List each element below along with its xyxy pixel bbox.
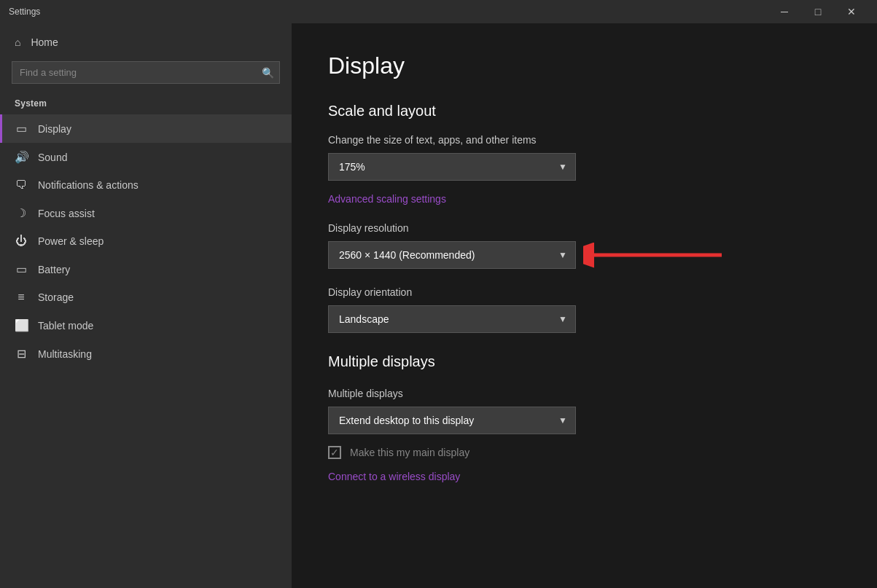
sidebar-item-label-tablet: Tablet mode: [38, 320, 93, 332]
orientation-select[interactable]: Landscape Portrait Landscape (flipped) P…: [328, 305, 576, 333]
resolution-label: Display resolution: [328, 222, 841, 234]
sidebar-item-label-battery: Battery: [38, 264, 70, 275]
multiple-displays-title: Multiple displays: [328, 353, 841, 370]
sidebar-item-label-power: Power & sleep: [38, 235, 104, 247]
window-controls: ─ □ ✕: [768, 0, 868, 23]
close-button[interactable]: ✕: [835, 0, 868, 23]
titlebar: Settings ─ □ ✕: [0, 0, 877, 23]
sidebar-item-label-storage: Storage: [38, 291, 74, 303]
resolution-dropdown-wrapper: 1920 × 1080 2560 × 1440 (Recommended) 38…: [328, 241, 576, 269]
search-input[interactable]: [12, 61, 280, 84]
app-body: ⌂ Home 🔍 System ▭ Display 🔊 Sound 🗨 Noti…: [0, 23, 877, 588]
scale-section-title: Scale and layout: [328, 103, 841, 119]
resolution-select[interactable]: 1920 × 1080 2560 × 1440 (Recommended) 38…: [328, 241, 576, 269]
search-container: 🔍: [12, 61, 280, 84]
multiple-displays-dropdown-wrapper: Duplicate these displays Extend desktop …: [328, 407, 576, 434]
main-display-label: Make this my main display: [350, 447, 469, 458]
home-label: Home: [31, 36, 58, 48]
sidebar-item-multitasking[interactable]: ⊟ Multitasking: [0, 340, 292, 368]
storage-icon: ≡: [15, 291, 28, 304]
focus-icon: ☽: [15, 206, 28, 220]
sidebar-item-storage[interactable]: ≡ Storage: [0, 283, 292, 311]
app-title: Settings: [9, 7, 40, 17]
multiple-displays-label: Multiple displays: [328, 388, 841, 399]
sidebar: ⌂ Home 🔍 System ▭ Display 🔊 Sound 🗨 Noti…: [0, 23, 292, 588]
orientation-label: Display orientation: [328, 286, 841, 298]
sidebar-item-battery[interactable]: ▭ Battery: [0, 255, 292, 283]
resolution-row: 1920 × 1080 2560 × 1440 (Recommended) 38…: [328, 241, 841, 269]
page-title: Display: [328, 52, 841, 79]
sidebar-item-home[interactable]: ⌂ Home: [0, 29, 292, 55]
sidebar-item-label-notifications: Notifications & actions: [38, 179, 139, 191]
minimize-button[interactable]: ─: [768, 0, 801, 23]
connect-wireless-link[interactable]: Connect to a wireless display: [328, 471, 460, 482]
section-divider: Multiple displays: [328, 353, 841, 370]
power-icon: ⏻: [15, 235, 28, 248]
scale-dropdown-wrapper: 100% 125% 150% 175% 200% ▼: [328, 153, 576, 181]
change-size-label: Change the size of text, apps, and other…: [328, 134, 841, 146]
multitasking-icon: ⊟: [15, 347, 28, 361]
sidebar-item-label-sound: Sound: [38, 152, 67, 163]
advanced-scaling-link[interactable]: Advanced scaling settings: [328, 193, 446, 205]
sidebar-section-label: System: [0, 95, 292, 114]
sidebar-item-display[interactable]: ▭ Display: [0, 114, 292, 143]
sound-icon: 🔊: [15, 150, 28, 164]
multiple-displays-select[interactable]: Duplicate these displays Extend desktop …: [328, 407, 576, 434]
main-display-row: ✓ Make this my main display: [328, 446, 841, 459]
tablet-icon: ⬜: [15, 318, 28, 332]
sidebar-item-label-multitasking: Multitasking: [38, 348, 92, 360]
orientation-section: Display orientation Landscape Portrait L…: [328, 286, 841, 333]
orientation-dropdown-wrapper: Landscape Portrait Landscape (flipped) P…: [328, 305, 576, 333]
display-icon: ▭: [15, 122, 28, 136]
sidebar-item-notifications[interactable]: 🗨 Notifications & actions: [0, 171, 292, 199]
red-arrow-annotation: [583, 240, 729, 270]
sidebar-item-label-display: Display: [38, 123, 71, 135]
main-content: Display Scale and layout Change the size…: [292, 23, 877, 588]
sidebar-item-sound[interactable]: 🔊 Sound: [0, 143, 292, 171]
battery-icon: ▭: [15, 262, 28, 276]
sidebar-item-label-focus: Focus assist: [38, 208, 95, 219]
main-display-checkbox[interactable]: ✓: [328, 446, 341, 459]
sidebar-item-tablet[interactable]: ⬜ Tablet mode: [0, 311, 292, 340]
notifications-icon: 🗨: [15, 179, 28, 192]
home-icon: ⌂: [15, 36, 20, 48]
maximize-button[interactable]: □: [801, 0, 835, 23]
search-icon-button[interactable]: 🔍: [262, 67, 274, 79]
sidebar-item-power[interactable]: ⏻ Power & sleep: [0, 227, 292, 255]
scale-select[interactable]: 100% 125% 150% 175% 200%: [328, 153, 576, 181]
sidebar-item-focus[interactable]: ☽ Focus assist: [0, 199, 292, 227]
